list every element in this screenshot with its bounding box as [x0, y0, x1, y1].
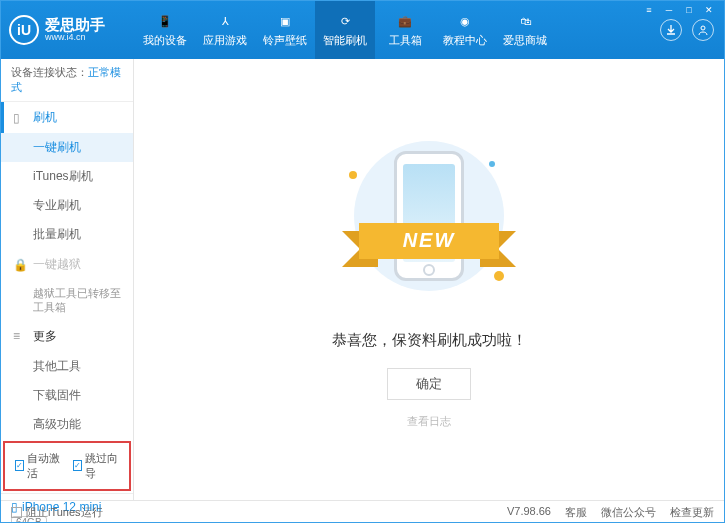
view-log-link[interactable]: 查看日志: [407, 414, 451, 429]
checkbox-auto-activate[interactable]: ✓自动激活: [15, 451, 61, 481]
check-icon: ✓: [15, 460, 24, 471]
nav-smart-flash[interactable]: ⟳智能刷机: [315, 1, 375, 59]
nav-my-device[interactable]: 📱我的设备: [135, 1, 195, 59]
toolbox-icon: 💼: [396, 12, 414, 30]
store-icon: 🛍: [516, 12, 534, 30]
sidebar-section-flash[interactable]: ▯刷机: [1, 102, 133, 133]
nav-toolbox[interactable]: 💼工具箱: [375, 1, 435, 59]
download-button[interactable]: [660, 19, 682, 41]
ok-button[interactable]: 确定: [387, 368, 471, 400]
success-message: 恭喜您，保资料刷机成功啦！: [332, 331, 527, 350]
user-button[interactable]: [692, 19, 714, 41]
phone-icon: 📱: [156, 12, 174, 30]
lock-icon: 🔒: [13, 258, 27, 272]
tutorial-icon: ◉: [456, 12, 474, 30]
app-header: ≡ ─ □ ✕ iU 爱思助手 www.i4.cn 📱我的设备 ⅄应用游戏 ▣铃…: [1, 1, 724, 59]
sidebar-section-more[interactable]: ≡更多: [1, 321, 133, 352]
main-nav: 📱我的设备 ⅄应用游戏 ▣铃声壁纸 ⟳智能刷机 💼工具箱 ◉教程中心 🛍爱思商城: [135, 1, 555, 59]
flash-options: ✓自动激活 ✓跳过向导: [3, 441, 131, 491]
more-icon: ≡: [13, 329, 27, 343]
version-label: V7.98.66: [507, 505, 551, 520]
sidebar-item-download-firmware[interactable]: 下载固件: [1, 381, 133, 410]
check-update-link[interactable]: 检查更新: [670, 505, 714, 520]
jailbreak-note: 越狱工具已转移至工具箱: [1, 280, 133, 321]
sidebar-item-itunes-flash[interactable]: iTunes刷机: [1, 162, 133, 191]
main-content: NEW 恭喜您，保资料刷机成功啦！ 确定 查看日志: [134, 59, 724, 500]
new-ribbon: NEW: [344, 223, 514, 263]
flash-icon: ⟳: [336, 12, 354, 30]
wallpaper-icon: ▣: [276, 12, 294, 30]
support-link[interactable]: 客服: [565, 505, 587, 520]
success-illustration: NEW: [339, 131, 519, 311]
apps-icon: ⅄: [216, 12, 234, 30]
svg-point-0: [701, 26, 705, 30]
wechat-link[interactable]: 微信公众号: [601, 505, 656, 520]
sidebar-item-oneclick-flash[interactable]: 一键刷机: [1, 133, 133, 162]
nav-ringtones[interactable]: ▣铃声壁纸: [255, 1, 315, 59]
check-icon: ✓: [73, 460, 82, 471]
checkbox-icon: [11, 507, 22, 518]
app-url: www.i4.cn: [45, 33, 105, 43]
sidebar-item-other-tools[interactable]: 其他工具: [1, 352, 133, 381]
sidebar-item-advanced[interactable]: 高级功能: [1, 410, 133, 439]
nav-store[interactable]: 🛍爱思商城: [495, 1, 555, 59]
header-actions: [660, 1, 714, 59]
phone-outline-icon: ▯: [13, 111, 27, 125]
sidebar: 设备连接状态：正常模式 ▯刷机 一键刷机 iTunes刷机 专业刷机 批量刷机 …: [1, 59, 134, 500]
logo-icon: iU: [9, 15, 39, 45]
sidebar-section-jailbreak[interactable]: 🔒一键越狱: [1, 249, 133, 280]
connection-status: 设备连接状态：正常模式: [1, 59, 133, 102]
menu-icon[interactable]: ≡: [640, 3, 658, 17]
app-name: 爱思助手: [45, 17, 105, 34]
checkbox-skip-guide[interactable]: ✓跳过向导: [73, 451, 119, 481]
block-itunes-option[interactable]: 阻止iTunes运行: [11, 505, 103, 520]
sidebar-item-pro-flash[interactable]: 专业刷机: [1, 191, 133, 220]
nav-apps-games[interactable]: ⅄应用游戏: [195, 1, 255, 59]
app-logo: iU 爱思助手 www.i4.cn: [9, 15, 105, 45]
sidebar-item-batch-flash[interactable]: 批量刷机: [1, 220, 133, 249]
nav-tutorials[interactable]: ◉教程中心: [435, 1, 495, 59]
